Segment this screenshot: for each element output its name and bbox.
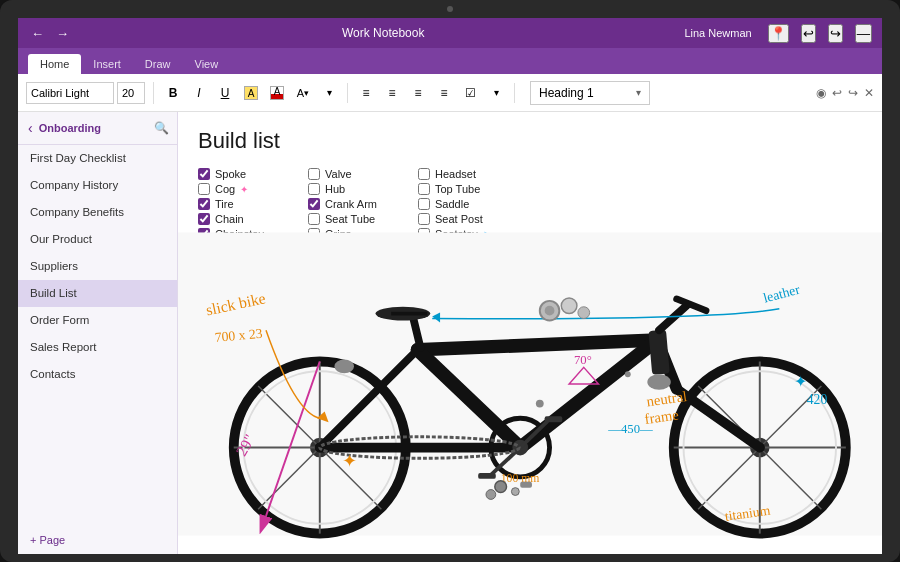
svg-text:70°: 70° [574, 353, 592, 367]
sidebar-collapse-btn[interactable]: ‹ [26, 118, 35, 138]
svg-point-45 [647, 374, 670, 390]
ordered-list-btn[interactable]: ≡ [381, 81, 403, 105]
main-content: ‹ Onboarding 🔍 First Day Checklist Compa… [18, 112, 882, 554]
checkbox-cog[interactable] [198, 183, 210, 195]
tab-home[interactable]: Home [28, 54, 81, 74]
separator-1 [347, 83, 348, 103]
page-inner: Build list Spoke Cog ✦ [178, 112, 882, 554]
notebook-title: Work Notebook [82, 26, 684, 40]
bike-svg: neutral frame leather slick bike 700 x 2… [178, 214, 882, 554]
svg-point-65 [495, 481, 507, 493]
check-headset-label: Headset [435, 168, 476, 180]
svg-point-70 [545, 306, 555, 316]
svg-text:100 mm: 100 mm [501, 472, 540, 485]
checkbox-btn[interactable]: ☑ [459, 81, 481, 105]
check-cog: Cog ✦ [198, 183, 308, 195]
check-crank-arm-label: Crank Arm [325, 198, 377, 210]
check-valve-label: Valve [325, 168, 352, 180]
camera-icon[interactable]: ◉ [816, 86, 826, 100]
undo-button[interactable]: ↩ [801, 24, 816, 43]
svg-point-46 [334, 360, 354, 374]
sidebar-notebook-label: Onboarding [39, 122, 150, 134]
checkbox-crank-arm[interactable] [308, 198, 320, 210]
check-saddle: Saddle [418, 198, 528, 210]
screen: ← → Work Notebook Lina Newman 📍 ↩ ↪ — Ho… [18, 18, 882, 554]
checkbox-headset[interactable] [418, 168, 430, 180]
sidebar-search-btn[interactable]: 🔍 [154, 121, 169, 135]
font-name-input[interactable] [26, 82, 114, 104]
separator-2 [514, 83, 515, 103]
check-spoke-label: Spoke [215, 168, 246, 180]
checkbox-saddle[interactable] [418, 198, 430, 210]
sidebar-item-company-history[interactable]: Company History [18, 172, 177, 199]
tab-view[interactable]: View [183, 54, 231, 74]
redo-button[interactable]: ↪ [828, 24, 843, 43]
bike-area: neutral frame leather slick bike 700 x 2… [178, 214, 882, 554]
list-dropdown-btn[interactable]: ▾ [485, 81, 507, 105]
italic-button[interactable]: I [188, 81, 210, 105]
check-spoke: Spoke [198, 168, 308, 180]
svg-point-71 [561, 298, 577, 314]
svg-point-72 [578, 307, 590, 319]
checkbox-valve[interactable] [308, 168, 320, 180]
check-hub-label: Hub [325, 183, 345, 195]
unordered-list-btn[interactable]: ≡ [355, 81, 377, 105]
sidebar-item-build-list[interactable]: Build List [18, 280, 177, 307]
user-name: Lina Newman [684, 27, 751, 39]
sidebar-item-suppliers[interactable]: Suppliers [18, 253, 177, 280]
bold-button[interactable]: B [162, 81, 184, 105]
sidebar-item-contacts[interactable]: Contacts [18, 361, 177, 388]
svg-text:—450—: —450— [607, 422, 653, 436]
page-title: Build list [198, 128, 862, 154]
indent-decrease-btn[interactable]: ≡ [407, 81, 429, 105]
forward-button[interactable]: → [53, 26, 72, 41]
undo-toolbar-button[interactable]: ↩ [832, 86, 842, 100]
underline-button[interactable]: U [214, 81, 236, 105]
sidebar-item-first-day[interactable]: First Day Checklist [18, 145, 177, 172]
indent-increase-btn[interactable]: ≡ [433, 81, 455, 105]
checkbox-hub[interactable] [308, 183, 320, 195]
sidebar-item-company-benefits[interactable]: Company Benefits [18, 199, 177, 226]
page-content: Build list Spoke Cog ✦ [178, 112, 882, 554]
sidebar-item-sales-report[interactable]: Sales Report [18, 334, 177, 361]
svg-point-67 [486, 490, 496, 500]
font-color-button[interactable]: A [266, 81, 288, 105]
sidebar: ‹ Onboarding 🔍 First Day Checklist Compa… [18, 112, 178, 554]
svg-line-25 [418, 340, 658, 350]
checkbox-spoke[interactable] [198, 168, 210, 180]
heading-selector[interactable]: Heading 1 ▾ [530, 81, 650, 105]
check-crank-arm: Crank Arm [308, 198, 418, 210]
heading-dropdown-btn[interactable]: ▾ [636, 87, 641, 98]
svg-rect-43 [545, 416, 563, 422]
check-tire-label: Tire [215, 198, 234, 210]
check-valve: Valve [308, 168, 418, 180]
pin-button[interactable]: 📍 [768, 24, 789, 43]
svg-text:✦: ✦ [342, 451, 357, 471]
text-effects-button[interactable]: A▾ [292, 81, 314, 105]
font-size-input[interactable] [117, 82, 145, 104]
dropdown-btn[interactable]: ▾ [318, 81, 340, 105]
check-top-tube-label: Top Tube [435, 183, 480, 195]
close-toolbar-button[interactable]: ✕ [864, 86, 874, 100]
svg-point-47 [536, 400, 544, 408]
check-hub: Hub [308, 183, 418, 195]
svg-rect-68 [520, 482, 532, 488]
sidebar-item-our-product[interactable]: Our Product [18, 226, 177, 253]
add-page-button[interactable]: + Page [18, 526, 177, 554]
highlight-button[interactable]: A [240, 81, 262, 105]
svg-rect-42 [478, 473, 496, 479]
sidebar-item-order-form[interactable]: Order Form [18, 307, 177, 334]
check-saddle-label: Saddle [435, 198, 469, 210]
svg-point-66 [511, 488, 519, 496]
tab-draw[interactable]: Draw [133, 54, 183, 74]
minimize-button[interactable]: — [855, 24, 872, 43]
check-tire: Tire [198, 198, 308, 210]
svg-text:420: 420 [807, 392, 828, 407]
check-top-tube: Top Tube [418, 183, 528, 195]
title-bar: ← → Work Notebook Lina Newman 📍 ↩ ↪ — [18, 18, 882, 48]
back-button[interactable]: ← [28, 26, 47, 41]
checkbox-tire[interactable] [198, 198, 210, 210]
checkbox-top-tube[interactable] [418, 183, 430, 195]
tab-insert[interactable]: Insert [81, 54, 133, 74]
redo-toolbar-button[interactable]: ↪ [848, 86, 858, 100]
